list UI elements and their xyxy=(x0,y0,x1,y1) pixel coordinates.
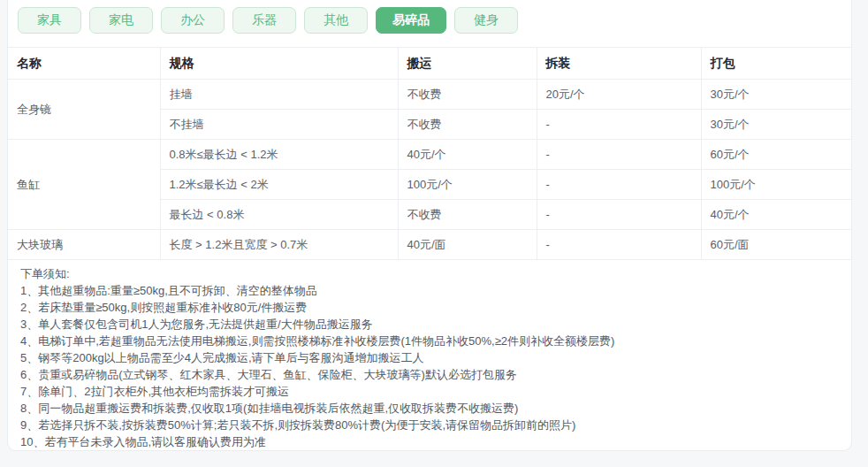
tab-fragile[interactable]: 易碎品 xyxy=(376,7,446,34)
note-item: 4、电梯订单中,若超重物品无法使用电梯搬运,则需按照楼梯标准补收楼层费(1件物品… xyxy=(20,333,839,349)
note-item: 10、若有平台未录入物品,请以客服确认费用为准 xyxy=(20,433,839,450)
tab-other[interactable]: 其他 xyxy=(304,7,368,34)
pricing-table-body: 全身镜挂墙不收费20元/个30元/个不挂墙不收费-30元/个鱼缸0.8米≤最长边… xyxy=(8,80,851,260)
note-item: 5、钢琴等200kg以上物品需至少4人完成搬运,请下单后与客服沟通增加搬运工人 xyxy=(20,349,839,366)
note-item: 3、单人套餐仅包含司机1人为您服务,无法提供超重/大件物品搬运服务 xyxy=(20,316,839,333)
cell-disassembly: 20元/个 xyxy=(537,80,701,110)
cell-item-name: 全身镜 xyxy=(8,80,160,140)
cell-move: 40元/面 xyxy=(398,230,537,260)
cell-spec: 1.2米≤最长边 < 2米 xyxy=(160,170,398,200)
cell-move: 不收费 xyxy=(398,110,537,140)
cell-item-name: 大块玻璃 xyxy=(8,230,160,260)
cell-move: 40元/个 xyxy=(398,140,537,170)
note-item: 6、贵重或易碎物品(立式钢琴、红木家具、大理石、鱼缸、保险柜、大块玻璃等)默认必… xyxy=(20,366,839,383)
cell-pack: 60元/面 xyxy=(701,230,851,260)
cell-disassembly: - xyxy=(537,110,701,140)
cell-move: 100元/个 xyxy=(398,170,537,200)
table-row: 全身镜挂墙不收费20元/个30元/个 xyxy=(8,80,851,110)
cell-spec: 挂墙 xyxy=(160,80,398,110)
column-header: 搬运 xyxy=(398,48,537,80)
column-header: 拆装 xyxy=(537,48,701,80)
cell-spec: 最长边 < 0.8米 xyxy=(160,200,398,230)
cell-disassembly: - xyxy=(537,230,701,260)
cell-spec: 0.8米≤最长边 < 1.2米 xyxy=(160,140,398,170)
column-header: 打包 xyxy=(701,48,851,80)
page: { "colors": { "accent_green": "#56b87d",… xyxy=(0,0,868,467)
order-notes: 下单须知: 1、其他超重物品:重量≥50kg,且不可拆卸、清空的整体物品2、若床… xyxy=(8,260,851,450)
cell-move: 不收费 xyxy=(398,80,537,110)
cell-disassembly: - xyxy=(537,140,701,170)
order-notes-list: 1、其他超重物品:重量≥50kg,且不可拆卸、清空的整体物品2、若床垫重量≥50… xyxy=(20,282,839,450)
tab-furniture[interactable]: 家具 xyxy=(18,7,81,34)
cell-item-name: 鱼缸 xyxy=(8,140,160,230)
cell-pack: 30元/个 xyxy=(701,110,851,140)
column-header: 规格 xyxy=(160,48,398,80)
tab-fitness[interactable]: 健身 xyxy=(454,7,518,34)
note-item: 9、若选择只拆不装,按拆装费50%计算;若只装不拆,则按拆装费80%计费(为便于… xyxy=(20,417,839,433)
cell-spec: 不挂墙 xyxy=(160,110,398,140)
cell-move: 不收费 xyxy=(398,200,537,230)
cell-disassembly: - xyxy=(537,170,701,200)
cell-pack: 30元/个 xyxy=(701,80,851,110)
content-card: 家具家电办公乐器其他易碎品健身 名称规格搬运拆装打包 全身镜挂墙不收费20元/个… xyxy=(7,0,852,451)
cell-pack: 60元/个 xyxy=(701,140,851,170)
order-notes-title: 下单须知: xyxy=(20,265,839,282)
tab-instrument[interactable]: 乐器 xyxy=(232,7,296,34)
cell-spec: 长度 > 1.2米且宽度 > 0.7米 xyxy=(160,230,398,260)
cell-pack: 40元/个 xyxy=(701,200,851,230)
note-item: 2、若床垫重量≥50kg,则按照超重标准补收80元/件搬运费 xyxy=(20,299,839,316)
tab-appliance[interactable]: 家电 xyxy=(89,7,153,34)
pricing-table: 名称规格搬运拆装打包 全身镜挂墙不收费20元/个30元/个不挂墙不收费-30元/… xyxy=(8,47,851,260)
pricing-table-header-row: 名称规格搬运拆装打包 xyxy=(8,48,851,80)
table-row: 大块玻璃长度 > 1.2米且宽度 > 0.7米40元/面-60元/面 xyxy=(8,230,851,260)
note-item: 1、其他超重物品:重量≥50kg,且不可拆卸、清空的整体物品 xyxy=(20,282,839,299)
category-tabs: 家具家电办公乐器其他易碎品健身 xyxy=(8,0,851,34)
note-item: 7、除单门、2拉门衣柜外,其他衣柜均需拆装才可搬运 xyxy=(20,383,839,400)
column-header: 名称 xyxy=(8,48,160,80)
cell-pack: 100元/个 xyxy=(701,170,851,200)
note-item: 8、同一物品超重搬运费和拆装费,仅收取1项(如挂墙电视拆装后依然超重,仅收取拆装… xyxy=(20,400,839,417)
table-row: 鱼缸0.8米≤最长边 < 1.2米40元/个-60元/个 xyxy=(8,140,851,170)
tab-office[interactable]: 办公 xyxy=(161,7,225,34)
cell-disassembly: - xyxy=(537,200,701,230)
